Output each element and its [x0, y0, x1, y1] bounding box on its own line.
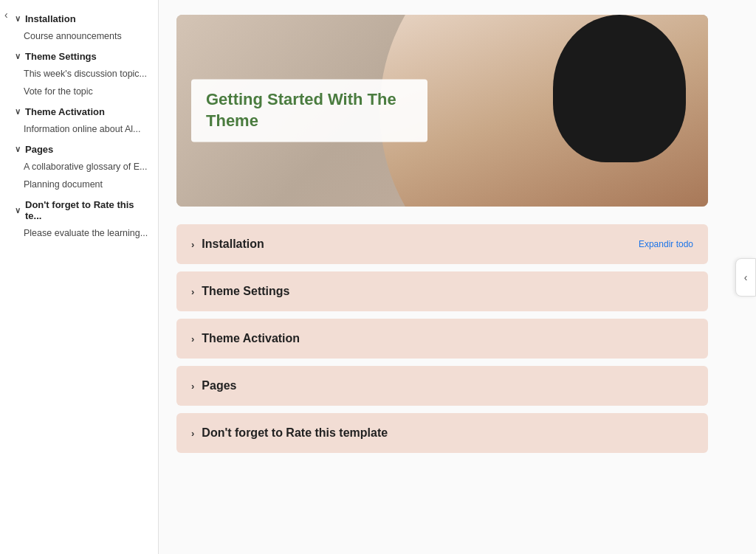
accordion-item-installation: › Installation Expandir todo [176, 224, 708, 264]
sidebar-section-dont-forget[interactable]: ∨Don't forget to Rate this te... [0, 193, 158, 224]
chevron-right-icon: › [191, 286, 194, 297]
accordion-title-theme-settings: Theme Settings [202, 285, 289, 298]
sidebar-section-label: Theme Settings [25, 51, 97, 62]
accordion-header-left: › Don't forget to Rate this template [191, 426, 388, 440]
accordion-title-dont-forget: Don't forget to Rate this template [202, 426, 388, 440]
accordion: › Installation Expandir todo › Theme Set… [176, 224, 708, 453]
sidebar-item-collaborative-glossary[interactable]: A collaborative glossary of E... [0, 158, 158, 176]
sidebar: ‹ ∨InstallationCourse announcements∨Them… [0, 0, 159, 554]
sidebar-section-label: Don't forget to Rate this te... [25, 199, 149, 221]
sidebar-section-label: Installation [25, 13, 76, 24]
accordion-header-left: › Installation [191, 238, 264, 251]
main-wrapper: Getting Started With The Theme › Install… [159, 0, 756, 554]
accordion-title-installation: Installation [202, 238, 264, 251]
hero-background: Getting Started With The Theme [176, 15, 708, 207]
main-content: Getting Started With The Theme › Install… [159, 0, 756, 554]
accordion-header-pages[interactable]: › Pages [176, 366, 708, 406]
hero-image: Getting Started With The Theme [176, 15, 708, 207]
chevron-right-icon: › [191, 428, 194, 439]
sidebar-item-please-evaluate[interactable]: Please evaluate the learning... [0, 224, 158, 242]
accordion-header-left: › Theme Settings [191, 285, 289, 298]
sidebar-item-planning-document[interactable]: Planning document [0, 176, 158, 193]
chevron-right-icon: › [191, 239, 194, 250]
sidebar-section-label: Theme Activation [25, 106, 105, 117]
sidebar-section-pages[interactable]: ∨Pages [0, 138, 158, 158]
accordion-item-dont-forget: › Don't forget to Rate this template [176, 413, 708, 453]
accordion-title-pages: Pages [202, 379, 236, 392]
hero-title-box: Getting Started With The Theme [191, 79, 427, 142]
accordion-header-installation[interactable]: › Installation Expandir todo [176, 224, 708, 264]
sidebar-item-course-announcements[interactable]: Course announcements [0, 27, 158, 45]
accordion-item-theme-settings: › Theme Settings [176, 271, 708, 311]
accordion-header-left: › Pages [191, 379, 236, 392]
right-panel-toggle[interactable]: ‹ [735, 258, 756, 297]
accordion-header-left: › Theme Activation [191, 332, 300, 345]
hero-hair-graphic [553, 15, 686, 162]
sidebar-collapse-icon[interactable]: ‹ [4, 9, 8, 21]
sidebar-section-theme-activation[interactable]: ∨Theme Activation [0, 100, 158, 120]
accordion-header-theme-activation[interactable]: › Theme Activation [176, 319, 708, 359]
accordion-header-theme-settings[interactable]: › Theme Settings [176, 271, 708, 311]
sidebar-section-installation[interactable]: ∨Installation [0, 7, 158, 27]
chevron-down-icon: ∨ [15, 206, 21, 215]
accordion-header-dont-forget[interactable]: › Don't forget to Rate this template [176, 413, 708, 453]
hero-title: Getting Started With The Theme [206, 89, 413, 131]
sidebar-section-theme-settings[interactable]: ∨Theme Settings [0, 45, 158, 65]
accordion-title-theme-activation: Theme Activation [202, 332, 300, 345]
chevron-down-icon: ∨ [15, 52, 21, 61]
chevron-right-icon: › [191, 381, 194, 392]
chevron-down-icon: ∨ [15, 145, 21, 154]
sidebar-item-vote-for-topic[interactable]: Vote for the topic [0, 83, 158, 100]
chevron-down-icon: ∨ [15, 107, 21, 117]
accordion-item-pages: › Pages [176, 366, 708, 406]
chevron-right-icon: › [191, 333, 194, 344]
sidebar-item-this-weeks-discussion[interactable]: This week's discussion topic... [0, 65, 158, 83]
chevron-down-icon: ∨ [15, 14, 21, 24]
expand-all-link[interactable]: Expandir todo [639, 239, 693, 249]
sidebar-item-information-online[interactable]: Information online about Al... [0, 120, 158, 138]
accordion-item-theme-activation: › Theme Activation [176, 319, 708, 359]
sidebar-section-label: Pages [25, 144, 53, 155]
